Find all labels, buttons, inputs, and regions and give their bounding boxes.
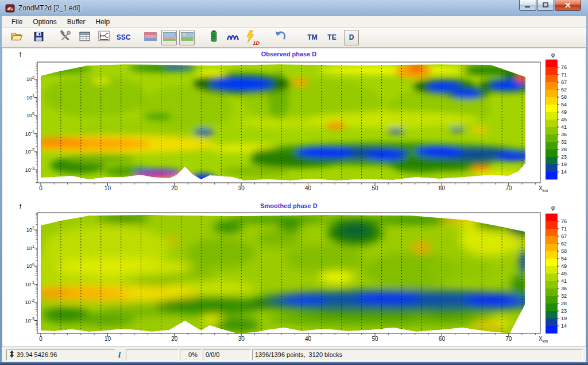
colorbar-segment: [546, 157, 557, 164]
curves-plot-button[interactable]: [96, 30, 111, 45]
x-tick-label: 40: [300, 336, 317, 342]
d-label: D: [349, 33, 354, 41]
y-tick-label: 10-2: [14, 298, 34, 305]
colorbar-tick-label: 36: [561, 132, 567, 137]
save-button[interactable]: [31, 30, 47, 45]
colorbar-segment: [546, 112, 557, 120]
window-title: ZondMT2d [2_1.edi]: [18, 4, 80, 12]
colorbar-segment: [546, 311, 557, 318]
status-points: 1396/1396 points, 3120 blocks: [252, 349, 583, 360]
colorbar-tick-label: 54: [561, 256, 567, 262]
open-button[interactable]: [9, 30, 24, 45]
waves-icon: [226, 30, 239, 45]
pseudosection-svg[interactable]: [33, 212, 544, 339]
colorbar-segment: [546, 326, 557, 333]
tm-label: TM: [307, 33, 317, 41]
x-tick-label: 40: [300, 185, 317, 191]
colorbar-tick-label: 14: [561, 169, 567, 175]
colorbar-tick-label: 41: [561, 124, 567, 130]
maximize-button[interactable]: [537, 0, 554, 11]
x-tick-label: 20: [166, 185, 183, 191]
colorbar-tick-label: 32: [561, 139, 567, 145]
colorbar-segment: [546, 251, 557, 259]
colorbar-segment: [546, 105, 557, 112]
colorbar-segment: [546, 303, 557, 311]
misfit-curves-button[interactable]: [225, 30, 241, 45]
section-view-2-button[interactable]: [161, 30, 177, 45]
title-bar[interactable]: ZondMT2d [2_1.edi]: [0, 0, 588, 16]
tm-mode-button[interactable]: TM: [304, 30, 321, 45]
table-icon: [79, 30, 91, 45]
chart1-colorbar-label: φ: [547, 52, 559, 58]
colorbar-segment: [546, 221, 557, 229]
te-mode-button[interactable]: TE: [324, 30, 339, 45]
chart2-plot-area[interactable]: [33, 212, 544, 341]
x-tick-label: 30: [233, 336, 250, 342]
menu-help[interactable]: Help: [91, 17, 115, 26]
colorbar-tick-label: 67: [561, 79, 567, 85]
colorbar-tick-label: 28: [561, 301, 567, 306]
status-coordinates: 39.94 5426.96: [6, 349, 115, 360]
y-tick-label: 101: [14, 244, 34, 251]
pseudosection-thumbnail-icon: [181, 32, 194, 43]
section-view-3-button[interactable]: [179, 30, 195, 45]
colorbar-tick-label: 36: [561, 286, 567, 291]
x-tick-label: 0: [32, 336, 49, 342]
model-calc-button[interactable]: [206, 30, 222, 45]
chart2-colorbar: 767167625854494541363228231914: [546, 213, 575, 339]
colorbar-tick-label: 28: [561, 147, 567, 152]
ssc-label: SSC: [117, 33, 131, 41]
window-border: [0, 362, 588, 365]
colorbar-tick-label: 62: [561, 87, 567, 93]
minimize-button[interactable]: [519, 0, 536, 11]
colorbar-segment: [546, 266, 557, 274]
section-view-1-button[interactable]: [142, 30, 158, 45]
contour-region: [33, 64, 537, 184]
y-tick-label: 100: [14, 262, 34, 269]
x-tick-label: 60: [433, 185, 450, 191]
d-mode-button[interactable]: D: [344, 30, 359, 45]
x-tick-label: 30: [233, 185, 250, 191]
floppy-save-icon: [33, 30, 45, 45]
colorbar-tick-label: 45: [561, 271, 567, 276]
pseudosection-svg[interactable]: [33, 62, 544, 188]
colorbar-tick-label: 23: [561, 154, 567, 160]
x-tick-label: 20: [166, 336, 183, 342]
colorbar-tick-label: 76: [561, 64, 567, 70]
colorbar-tick-label: 58: [561, 94, 567, 100]
menu-file[interactable]: File: [6, 17, 28, 26]
settings-button[interactable]: [57, 30, 72, 45]
colorbar-tick-label: 67: [561, 233, 567, 239]
colorbar-svg: 767167625854494541363228231914: [546, 59, 575, 183]
undo-button[interactable]: [272, 30, 288, 45]
te-label: TE: [327, 33, 336, 41]
status-bar: 39.94 5426.96 i 0% 0/0/0 1396/1396 point…: [2, 347, 586, 363]
menu-buffer[interactable]: Buffer: [62, 17, 91, 26]
battery-icon: [210, 30, 218, 45]
colorbar-tick-label: 19: [561, 316, 567, 321]
y-tick-label: 102: [14, 75, 34, 82]
menu-options[interactable]: Options: [28, 17, 61, 26]
chart1-title: Observed phase D: [37, 51, 540, 57]
colorbar-tick-label: 76: [561, 218, 567, 224]
close-button[interactable]: [555, 0, 581, 11]
colorbar-segment: [546, 236, 557, 244]
data-table-button[interactable]: [77, 30, 92, 45]
colorbar-tick-label: 54: [561, 102, 567, 107]
pseudosection-thumbnail-icon: [144, 32, 157, 43]
x-tick-label: 60: [433, 336, 450, 342]
chart-icon: [98, 30, 110, 45]
chart1-y-axis-label: f: [20, 52, 21, 58]
run-1d-inversion-button[interactable]: 1D: [243, 30, 258, 45]
chart1-x-axis-unit-label: Xkm: [539, 185, 548, 193]
y-tick-label: 10-3: [14, 166, 34, 173]
colorbar-segment: [546, 318, 557, 326]
ssc-button[interactable]: SSC: [114, 30, 133, 45]
window-controls: [519, 0, 581, 11]
chart1-plot-area[interactable]: [33, 62, 544, 190]
colorbar-tick-label: 71: [561, 226, 567, 232]
status-progress: 0%: [180, 349, 202, 360]
colorbar-segment: [546, 244, 557, 251]
y-tick-label: 101: [14, 94, 34, 101]
colorbar-segment: [546, 75, 557, 82]
